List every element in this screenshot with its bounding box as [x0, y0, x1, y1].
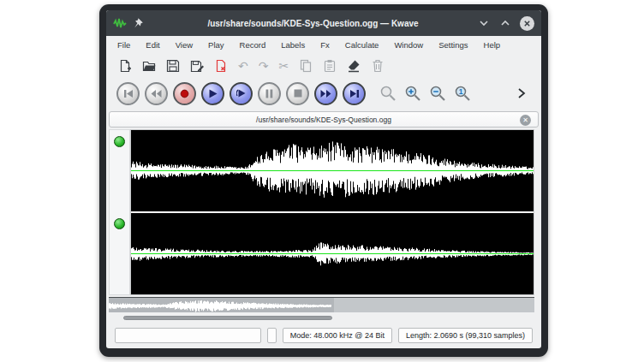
skip-forward-icon [349, 89, 360, 98]
channel-controls-column [109, 129, 130, 295]
zoom-in-icon[interactable] [404, 85, 421, 102]
menu-file[interactable]: File [110, 38, 138, 52]
record-button[interactable] [173, 82, 196, 105]
overview-waveform [109, 298, 331, 312]
svg-text:1: 1 [459, 87, 463, 96]
menu-play[interactable]: Play [200, 38, 231, 52]
status-message-box [115, 328, 261, 343]
file-toolbar: ↶ ↷ ✂ [106, 54, 541, 77]
overview-viewport-region[interactable] [109, 298, 334, 312]
status-spacer-box [267, 328, 277, 343]
file-tab[interactable]: /usr/share/sounds/KDE-Sys-Question.ogg ✕ [109, 111, 539, 128]
play-icon [208, 89, 218, 98]
close-circle-icon: ✕ [522, 117, 528, 124]
record-icon [180, 89, 189, 98]
menu-settings[interactable]: Settings [431, 38, 475, 52]
toolbar-overflow-icon[interactable] [516, 87, 528, 99]
close-button[interactable] [520, 16, 534, 31]
undo-icon[interactable]: ↶ [238, 60, 248, 72]
skip-backward-button[interactable] [116, 82, 140, 105]
open-file-icon[interactable] [142, 59, 156, 73]
kwave-window: /usr/share/sounds/KDE-Sys-Question.ogg —… [106, 10, 541, 348]
pin-icon[interactable] [132, 17, 144, 29]
copy-icon[interactable] [299, 59, 313, 73]
menu-calculate[interactable]: Calculate [337, 38, 387, 52]
pause-button[interactable] [258, 82, 281, 105]
save-as-icon[interactable] [190, 59, 204, 73]
playback-toolbar: 1 [106, 77, 541, 110]
status-length: Length: 2.0690 s (99,310 samples) [398, 328, 533, 343]
waveform-channel-2[interactable] [131, 213, 534, 294]
zoom-normal-icon[interactable]: 1 [454, 85, 471, 102]
menu-record[interactable]: Record [232, 38, 274, 52]
skip-backward-icon [123, 89, 134, 98]
stop-button[interactable] [286, 82, 309, 105]
window-title: /usr/share/sounds/KDE-Sys-Question.ogg —… [149, 19, 477, 28]
menubar: File Edit View Play Record Labels Fx Cal… [106, 36, 541, 54]
tab-bar: /usr/share/sounds/KDE-Sys-Question.ogg ✕ [106, 110, 541, 129]
loop-playback-button[interactable] [230, 82, 253, 105]
delete-icon[interactable] [371, 59, 385, 73]
new-file-icon[interactable] [118, 59, 132, 73]
kwave-app-icon [113, 16, 127, 30]
scrollbar-handle[interactable] [123, 316, 332, 320]
paste-icon[interactable] [323, 59, 337, 73]
maximize-button[interactable] [498, 16, 512, 30]
skip-forward-button[interactable] [343, 82, 366, 105]
erase-icon[interactable] [347, 59, 361, 73]
rewind-button[interactable] [145, 82, 168, 105]
zoom-group: 1 [379, 85, 471, 102]
menu-window[interactable]: Window [386, 38, 431, 52]
signal-area [109, 129, 534, 295]
menu-view[interactable]: View [168, 38, 200, 52]
close-file-icon[interactable] [214, 59, 228, 73]
file-tab-label: /usr/share/sounds/KDE-Sys-Question.ogg [256, 116, 391, 124]
forward-button[interactable] [314, 82, 337, 105]
status-bar: Mode: 48.000 kHz @ 24 Bit Length: 2.0690… [106, 325, 541, 346]
channel-1-enable-led[interactable] [114, 136, 125, 147]
waveform-panel [130, 129, 534, 295]
waveform-channel-1[interactable] [131, 130, 534, 211]
menu-help[interactable]: Help [476, 38, 509, 52]
loop-playback-icon [236, 88, 247, 98]
menu-edit[interactable]: Edit [138, 38, 167, 52]
play-button[interactable] [201, 82, 224, 105]
signal-overview[interactable] [109, 297, 534, 312]
titlebar[interactable]: /usr/share/sounds/KDE-Sys-Question.ogg —… [106, 10, 541, 36]
rewind-icon [151, 89, 162, 98]
window-frame: /usr/share/sounds/KDE-Sys-Question.ogg —… [99, 4, 548, 357]
redo-icon[interactable]: ↷ [259, 60, 269, 72]
save-icon[interactable] [166, 59, 180, 73]
channel-2-cell [110, 212, 129, 294]
menu-labels[interactable]: Labels [273, 38, 313, 52]
tab-close-button[interactable]: ✕ [520, 115, 531, 126]
menu-fx[interactable]: Fx [313, 38, 337, 52]
channel-2-enable-led[interactable] [114, 218, 125, 229]
status-mode: Mode: 48.000 kHz @ 24 Bit [283, 328, 392, 343]
stop-icon [294, 89, 302, 98]
pause-icon [265, 89, 273, 98]
horizontal-scrollbar[interactable] [115, 315, 533, 322]
cut-icon[interactable]: ✂ [278, 60, 289, 72]
minimize-button[interactable] [477, 16, 491, 30]
forward-icon [320, 89, 331, 98]
zoom-selection-icon[interactable] [379, 85, 397, 102]
channel-1-cell [110, 130, 129, 212]
close-x-icon [523, 20, 531, 27]
zoom-out-icon[interactable] [429, 85, 446, 102]
